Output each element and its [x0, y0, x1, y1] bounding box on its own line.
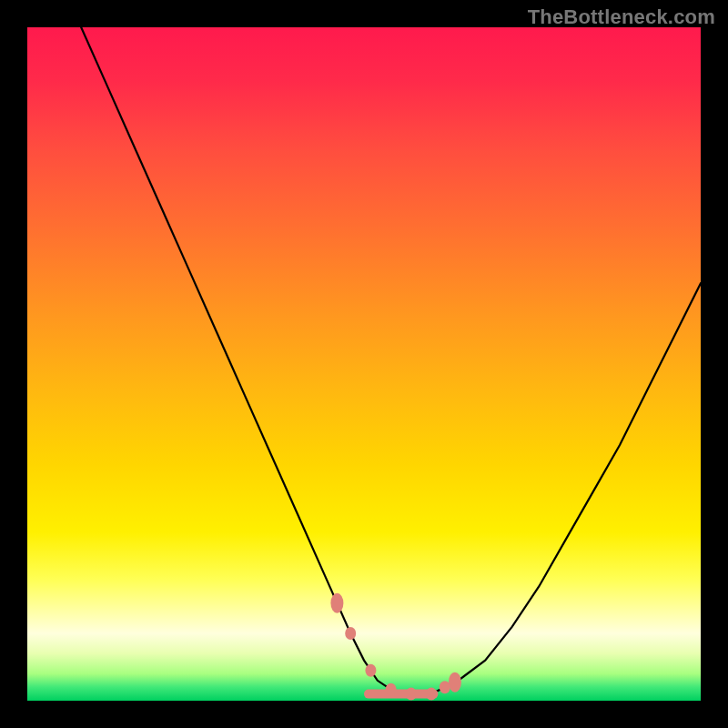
svg-point-3 [365, 664, 376, 677]
svg-point-1 [330, 593, 343, 613]
optimal-markers [330, 593, 461, 701]
curve-svg [27, 27, 701, 701]
svg-point-6 [426, 688, 437, 701]
bottleneck-curve-path [81, 27, 701, 694]
watermark-text: TheBottleneck.com [528, 5, 715, 29]
svg-point-8 [449, 672, 461, 693]
svg-point-5 [406, 688, 417, 701]
svg-point-4 [386, 683, 397, 696]
svg-point-2 [345, 627, 356, 640]
chart-plot-area [27, 27, 701, 701]
